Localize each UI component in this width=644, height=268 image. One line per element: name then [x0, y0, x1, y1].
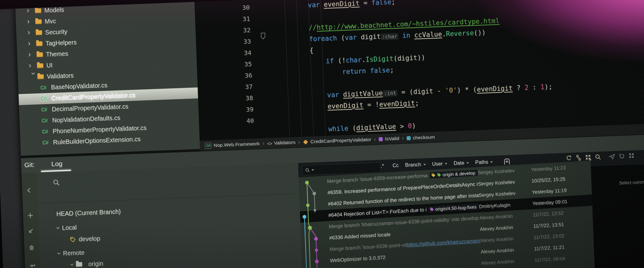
tag-icon [70, 236, 76, 243]
commit-rows: Merge branch 'issue-6359-increase-perfor… [299, 161, 595, 268]
branch-chip[interactable]: origin & develop [430, 170, 478, 179]
delete-icon[interactable] [28, 244, 36, 252]
tree-item-label: Validators [47, 72, 74, 80]
commit-date: 11/7/22, 08:04 [535, 254, 594, 263]
folder-icon [76, 262, 82, 267]
commit-graph [299, 176, 332, 268]
chevron-right-icon[interactable]: › [29, 61, 37, 70]
filter-user-button[interactable]: User [432, 161, 447, 167]
branch-item-local[interactable]: ›Local [57, 222, 77, 233]
filter-branch-button[interactable]: Branch [405, 162, 426, 168]
search-options-caret-icon[interactable] [312, 169, 314, 171]
chevron-down-icon[interactable]: › [54, 227, 62, 229]
breadcrumb-isvalid[interactable]: IsValid [379, 136, 399, 142]
chevron-down-icon[interactable]: › [55, 252, 63, 255]
breadcrumb-checksum[interactable]: checksum [407, 134, 435, 141]
filter-plus-icon[interactable] [503, 158, 511, 166]
method-icon [379, 137, 383, 141]
branch-item-head-current-branch[interactable]: HEAD (Current Branch) [56, 206, 121, 219]
branch-label: Remote [63, 249, 85, 257]
monitor-photo: ›Models›Mvc›Security›TagHelpers›Themes›U… [0, 0, 644, 268]
code-text[interactable] [266, 113, 312, 126]
cherry-pick-icon[interactable] [29, 262, 36, 268]
tree-item-label: CreditCardPropertyValidator.cs [51, 92, 136, 102]
commit-author: Alexey Anokhin [479, 212, 533, 221]
commit-date: 10/25/22, 15:25 [531, 175, 591, 184]
csharp-file-icon: C# [41, 107, 52, 113]
checkout-icon[interactable] [27, 228, 35, 236]
filter-label: Branch [405, 162, 421, 168]
breadcrumb-nop-web-framework[interactable]: C#Nop.Web.Framework [205, 141, 260, 149]
filter-paths-button[interactable]: Paths [475, 159, 493, 165]
add-icon[interactable] [27, 212, 35, 220]
branch-chip[interactable]: origin/4.50-bug-fixes [428, 204, 479, 213]
log-view-icons [565, 152, 635, 162]
commit-date: 11/7/22, 11:21 [534, 243, 594, 252]
folder-icon [35, 8, 42, 13]
commit-author: Alexey Anokhin [480, 235, 534, 243]
branch-item-develop[interactable]: develop [70, 233, 101, 245]
tree-item-label: DecimalPropertyValidator.cs [52, 103, 128, 113]
project-tree-panel: ›Models›Mvc›Security›TagHelpers›Themes›U… [15, 2, 200, 156]
folder-icon [36, 30, 42, 35]
breadcrumb-label: Validators [274, 139, 295, 146]
commit-author: Alexey Anokhin [481, 257, 535, 266]
commit-author: Sergey Koshelev [478, 178, 531, 187]
code-text[interactable]: { [264, 45, 314, 58]
csharp-file-icon: C# [40, 85, 51, 91]
tree-item-label: PhoneNumberPropertyValidator.cs [53, 124, 147, 135]
tree-item-label: Themes [46, 50, 68, 58]
tree-item-label: Models [44, 6, 64, 14]
commit-link[interactable]: https://github.com/khairuzzaman/ [407, 238, 480, 248]
code-text[interactable] [263, 11, 308, 24]
chevron-right-icon[interactable]: › [28, 50, 37, 59]
search-icon[interactable] [53, 179, 60, 187]
rollback-icon[interactable] [618, 153, 625, 160]
branch-item-remote[interactable]: ›Remote [58, 247, 85, 259]
commit-message-text: Merge branch 'issue-6336-point-validity'… [330, 242, 407, 252]
branch-chip-label: origin/4.50-bug-fixes [435, 204, 477, 212]
chevron-right-icon[interactable]: › [27, 17, 36, 26]
chevron-down-icon[interactable]: › [68, 263, 76, 266]
chevron-down-icon[interactable]: › [29, 72, 38, 81]
branch-item-origin[interactable]: ›origin [71, 258, 103, 268]
csharp-file-icon: C# [42, 140, 53, 146]
branch-label: develop [79, 235, 100, 243]
tab-log[interactable]: Log [51, 160, 63, 168]
chevron-right-icon[interactable]: › [27, 28, 36, 37]
commit-date: 11/7/22, 13:02 [534, 231, 593, 240]
filter-label: User [432, 161, 443, 167]
breadcrumb-separator-icon: › [374, 136, 376, 142]
match-case-toggle-button[interactable]: Cc [392, 163, 399, 169]
commit-author: Sergey Koshelev [479, 189, 532, 198]
regex-toggle-button[interactable]: .* [380, 163, 384, 169]
branch-pane: HEAD (Current Branch)›Localdevelop›Remot… [36, 163, 303, 268]
chevron-right-icon[interactable]: › [28, 39, 36, 48]
commit-date: 11/7/22, 13:52 [533, 209, 592, 218]
class-icon [303, 139, 308, 144]
chevron-down-icon [466, 162, 469, 164]
code-text[interactable] [265, 79, 311, 92]
refresh-icon[interactable] [565, 154, 572, 162]
zoom-icon[interactable] [594, 154, 602, 161]
chevron-right-icon[interactable]: › [27, 6, 35, 15]
divider [38, 193, 299, 204]
collapse-icon[interactable] [26, 187, 34, 195]
filter-label: Date [453, 160, 464, 166]
commit-date: 11/7/22, 13:51 [533, 220, 593, 229]
navigate-icon[interactable] [608, 153, 616, 160]
graph-options-icon[interactable] [575, 154, 582, 161]
view-settings-icon[interactable] [585, 154, 592, 161]
code-editor[interactable]: 30var evenDigit = false;3132//http://www… [194, 0, 644, 140]
breadcrumb-validators[interactable]: <>Validators [267, 139, 296, 146]
tree-item-label: TagHelpers [46, 39, 77, 47]
ide-window: ›Models›Mvc›Security›TagHelpers›Themes›U… [15, 0, 644, 268]
layout-icon[interactable] [628, 152, 635, 159]
commit-message-text: #6336 Added missed locale [329, 232, 391, 241]
filter-date-button[interactable]: Date [453, 160, 469, 166]
breadcrumb-creditcardpropertyvalidator[interactable]: CreditCardPropertyValidator [303, 137, 371, 145]
commit-details-pane: Select commit to Comm [591, 164, 644, 268]
git-panel-label: Git: [24, 161, 35, 169]
tree-item-label: BaseNopValidator.cs [51, 82, 108, 91]
folder-icon [36, 41, 43, 46]
